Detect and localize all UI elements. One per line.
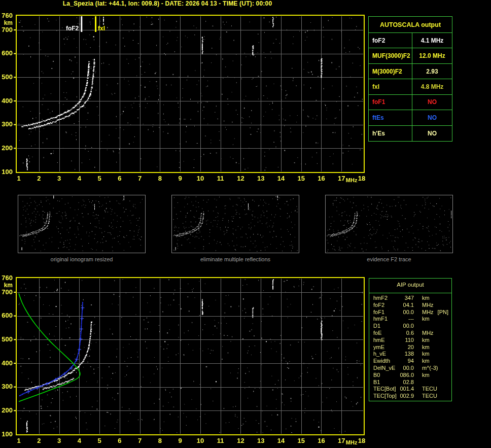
table-row: MUF(3000)F2 12.0 MHz [369,48,452,63]
aip-unit: km [422,316,430,323]
aip-name: hmF1 [373,316,399,323]
aip-val: --- [399,316,414,323]
aip-name: TEC[Bot] [373,386,399,393]
param-value: NO [412,126,452,141]
aip-name: hmF2 [373,295,399,302]
aip-unit: MHz [422,302,434,309]
param-label: ftEs [369,110,412,125]
aip-row: B0086.0km [373,372,451,379]
aip-output-panel: AIP output hmF2347kmfoF204.1MHzfoF100.0M… [369,278,452,401]
aip-row: foF100.0MHz[PN] [373,309,451,316]
aip-parameter-list: hmF2347kmfoF204.1MHzfoF100.0MHz[PN]hmF1-… [369,293,451,400]
aip-row: TEC[Bot]001.4TECU [373,386,451,393]
autoscala-output-panel: AUTOSCALA output foF2 4.1 MHz MUF(3000)F… [368,16,452,142]
aip-val: 001.4 [399,386,414,393]
aip-extra [448,351,451,358]
aip-row: ymE20km [373,344,451,351]
param-label: M(3000)F2 [369,64,412,79]
aip-row: hmF1---km [373,316,451,323]
table-row: foF1 NO [369,95,452,110]
aip-name: hmE [373,337,399,344]
param-value: 2.93 [412,64,452,79]
thumbnail-caption: original ionogram resized [18,256,146,262]
aip-name: foF2 [373,302,399,309]
aip-val: 0.6 [399,330,414,337]
aip-unit: TECU [422,386,437,393]
param-label: fxI [369,79,412,94]
aip-extra [448,379,451,386]
aip-extra [448,295,451,302]
aip-val: 138 [399,351,414,358]
aip-val: 347 [399,295,414,302]
param-label: MUF(3000)F2 [369,48,412,63]
autoscala-panel-header: AUTOSCALA output [369,17,452,33]
aip-extra [448,344,451,351]
thumbnail-eliminate-reflections [171,195,299,253]
param-label: foF1 [369,95,412,110]
aip-unit: km [422,344,430,351]
aip-val: 086.0 [399,372,414,379]
aip-name: B0 [373,372,399,379]
aip-unit: km [422,351,430,358]
aip-row: hmE110km [373,337,451,344]
aip-extra [448,316,451,323]
param-value: NO [412,95,452,110]
table-row: M(3000)F2 2.93 [369,64,452,79]
param-value: 4.1 MHz [412,33,452,48]
aip-val: 00.0 [399,309,414,316]
thumbnail-caption: eliminate multiple reflections [171,256,299,262]
aip-row: TEC[Top]002.9TECU [373,393,451,400]
aip-val: 94 [399,358,414,365]
aip-unit: km [422,372,430,379]
aip-extra [448,302,451,309]
aip-extra [448,386,451,393]
aip-extra [448,330,451,337]
param-label: foF2 [369,33,412,48]
aip-extra [448,393,451,400]
aip-unit: km [422,295,430,302]
aip-extra [448,323,451,330]
aip-extra [448,365,451,372]
aip-val: 20 [399,344,414,351]
thumbnail-caption: evidence F2 trace [325,256,453,262]
aip-row: h_vE138km [373,351,451,358]
param-value: NO [412,110,452,125]
aip-unit: MHz [422,330,434,337]
aip-val: 00.0 [399,323,414,330]
aip-row: hmF2347km [373,295,451,302]
aip-row: B102.8 [373,379,451,386]
aip-name: TEC[Top] [373,393,399,400]
table-row: fxI 4.8 MHz [369,79,452,94]
aip-name: ymE [373,344,399,351]
table-row: ftEs NO [369,110,452,125]
aip-extra [448,358,451,365]
aip-unit: km [422,337,430,344]
table-row: foF2 4.1 MHz [369,33,452,48]
aip-unit: TECU [422,393,437,400]
aip-row: DelN_vE00.0m^(-3) [373,365,451,372]
thumbnail-evidence-f2-trace [325,195,453,253]
aip-val: 002.9 [399,393,414,400]
aip-name: D1 [373,323,399,330]
bottom-ionogram-plot [0,275,380,448]
aip-name: h_vE [373,351,399,358]
aip-val: 02.8 [399,379,414,386]
aip-row: Ewidth94km [373,358,451,365]
aip-extra: [PN] [438,309,451,316]
aip-panel-header: AIP output [369,279,451,293]
aip-val: 110 [399,337,414,344]
table-row: h'Es NO [369,126,452,141]
aip-row: foF204.1MHz [373,302,451,309]
aip-val: 00.0 [399,365,414,372]
aip-row: D100.0 [373,323,451,330]
aip-name: foE [373,330,399,337]
param-value: 4.8 MHz [412,79,452,94]
aip-row: foE0.6MHz [373,330,451,337]
page-title: La_Spezia (lat: +44.1, lon: 009.8) - DAT… [0,0,335,7]
thumbnail-original-ionogram [18,195,146,253]
aip-extra [448,337,451,344]
top-ionogram-plot [0,13,380,185]
param-value: 12.0 MHz [412,48,452,63]
aip-unit: MHz [422,309,434,316]
aip-name: Ewidth [373,358,399,365]
